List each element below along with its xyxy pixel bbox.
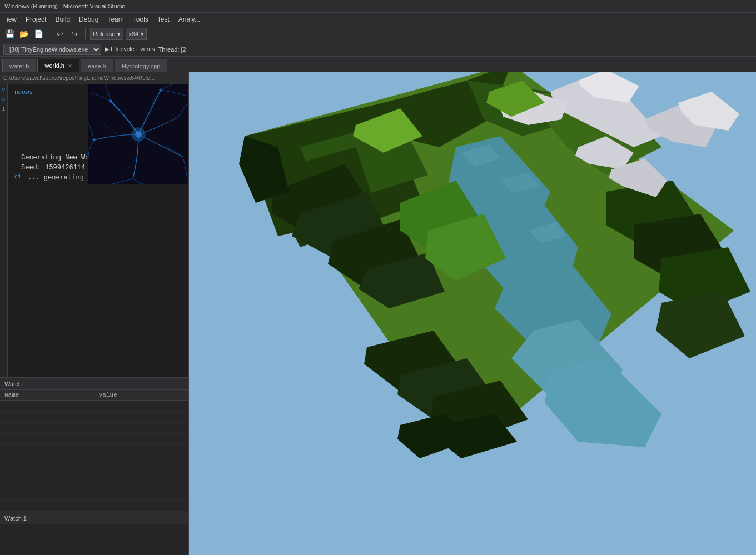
gutter: o u l xyxy=(0,84,8,377)
menu-test[interactable]: Test xyxy=(153,14,174,24)
title-text: Windows (Running) - Microsoft Visual Stu… xyxy=(4,3,125,9)
menu-project[interactable]: Project xyxy=(21,14,51,24)
windows-text: ndows xyxy=(14,88,33,97)
thread-label: Thread: [2 xyxy=(158,46,186,53)
terrain-container xyxy=(189,72,756,555)
toolbar: 💾 📂 📄 ↩ ↪ Release ▾ x64 ▾ xyxy=(0,26,756,42)
config-dropdown[interactable]: Release ▾ xyxy=(90,28,123,40)
terrain-svg xyxy=(189,72,756,555)
tab-world-h[interactable]: world.h ✕ xyxy=(37,59,79,72)
gutter-o: o xyxy=(2,87,5,92)
watch-row-4 xyxy=(0,434,188,445)
watch-col-name: Name xyxy=(0,390,94,401)
platform-dropdown[interactable]: x64 ▾ xyxy=(126,28,147,40)
watch-col-value: Value xyxy=(94,390,188,401)
watch-tab[interactable]: Watch 1 xyxy=(0,512,188,524)
watch-row-7 xyxy=(0,467,188,478)
filepath-text: C:\Users\pawel\source\repos\TinyEngineWi… xyxy=(3,75,155,81)
watch-label: Watch xyxy=(4,381,22,387)
tab-world-h-label: world.h xyxy=(44,62,64,69)
watch-row-5 xyxy=(0,445,188,456)
menu-bar: iew Project Build Debug Team Tools Test … xyxy=(0,12,756,26)
left-panel: C:\Users\pawel\source\repos\TinyEngineWi… xyxy=(0,72,189,555)
svg-point-3 xyxy=(109,99,112,103)
neuron-overlay xyxy=(88,84,188,184)
terrain-viewport[interactable] xyxy=(189,72,756,555)
svg-point-5 xyxy=(92,138,96,142)
title-bar: Windows (Running) - Microsoft Visual Stu… xyxy=(0,0,756,12)
watch-row-10 xyxy=(0,501,188,512)
tab-hydrology-label: Hydrology.cpp xyxy=(122,63,161,69)
config-chevron: ▾ xyxy=(117,31,121,38)
undo-btn[interactable]: ↩ xyxy=(54,28,66,40)
menu-iew[interactable]: iew xyxy=(2,14,21,24)
neuron-svg xyxy=(88,84,188,184)
lifecycle-label: ▶ Lifecycle Events xyxy=(105,46,155,53)
main-area: C:\Users\pawel\source\repos\TinyEngineWi… xyxy=(0,72,756,555)
menu-analyze[interactable]: Analy... xyxy=(174,14,205,24)
filepath-bar: C:\Users\pawel\source\repos\TinyEngineWi… xyxy=(0,72,188,84)
watch-row-3 xyxy=(0,423,188,434)
platform-label: x64 xyxy=(128,31,138,37)
platform-chevron: ▾ xyxy=(141,31,144,38)
save-btn[interactable]: 💾 xyxy=(3,28,16,40)
process-dropdown[interactable]: [30] TinyEngineWindows.exe xyxy=(3,44,101,55)
toolbar-sep-1 xyxy=(49,28,49,39)
menu-tools[interactable]: Tools xyxy=(128,14,153,24)
gutter-l: l xyxy=(2,107,5,112)
tabs-bar: water.h world.h ✕ ease.h Hydrology.cpp xyxy=(0,57,756,72)
svg-point-2 xyxy=(135,131,142,138)
output-text-2: Seed: 1599426114 xyxy=(21,163,85,173)
tab-world-h-close[interactable]: ✕ xyxy=(68,63,72,69)
process-bar: [30] TinyEngineWindows.exe ▶ Lifecycle E… xyxy=(0,42,756,57)
watch-table: Name Value xyxy=(0,390,188,512)
watch-row-1 xyxy=(0,401,188,412)
tab-ease-h-label: ease.h xyxy=(88,63,106,69)
redo-btn[interactable]: ↪ xyxy=(68,28,81,40)
menu-debug[interactable]: Debug xyxy=(74,14,103,24)
tab-hydrology-cpp[interactable]: Hydrology.cpp xyxy=(115,59,168,72)
watch-bar-header: Watch xyxy=(0,378,188,390)
watch-tbody xyxy=(0,401,188,512)
watch-panel: Watch Name Value xyxy=(0,377,188,555)
watch-row-6 xyxy=(0,456,188,467)
open-btn[interactable]: 📂 xyxy=(18,28,30,40)
tab-ease-h[interactable]: ease.h xyxy=(81,59,113,72)
watch-row-8 xyxy=(0,478,188,489)
code-area[interactable]: o u l ndows Generating New World S xyxy=(0,84,188,377)
tab-water-h-label: water.h xyxy=(9,63,29,69)
menu-team[interactable]: Team xyxy=(103,14,128,24)
watch-tab-label: Watch 1 xyxy=(4,515,27,522)
watch-row-2 xyxy=(0,412,188,423)
watch-row-9 xyxy=(0,489,188,501)
toolbar-sep-2 xyxy=(85,28,86,39)
tab-water-h[interactable]: water.h xyxy=(2,59,36,72)
config-label: Release xyxy=(93,31,115,37)
menu-build[interactable]: Build xyxy=(51,14,74,24)
line-num-c1: c1 xyxy=(14,173,21,183)
new-btn[interactable]: 📄 xyxy=(32,28,44,40)
gutter-u: u xyxy=(2,97,5,102)
svg-point-4 xyxy=(159,88,162,92)
